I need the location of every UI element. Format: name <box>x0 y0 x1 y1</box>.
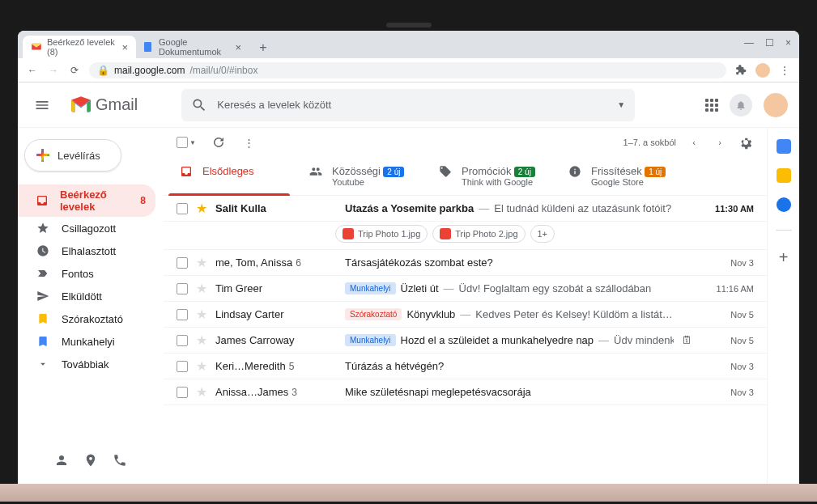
chev-icon <box>36 357 50 371</box>
sidebar-item-clock[interactable]: Elhalasztott <box>18 239 155 262</box>
category-tab-frissítések[interactable]: Frissítések 1 új Google Store <box>557 157 687 195</box>
mail-row[interactable]: ★ Lindsay Carter Szórakoztató Könyvklub … <box>164 302 767 328</box>
url-input[interactable]: 🔒 mail.google.com/mail/u/0/#inbox <box>89 62 726 78</box>
star-icon[interactable]: ★ <box>196 201 207 216</box>
select-all-checkbox[interactable]: ▼ <box>177 137 196 148</box>
calendar-event-icon: 🗓 <box>682 334 692 346</box>
search-options-icon[interactable]: ▼ <box>617 100 625 109</box>
menu-icon[interactable] <box>26 89 58 121</box>
main-content: ▼ ⋮ 1–7. a sokból ‹ › Elsődleges Közössé… <box>164 128 767 484</box>
category-tab-elsődleges[interactable]: Elsődleges <box>168 157 298 195</box>
prev-page-icon[interactable]: ‹ <box>686 134 702 150</box>
mail-checkbox[interactable] <box>177 309 188 320</box>
star-icon[interactable]: ★ <box>196 307 207 322</box>
mail-row[interactable]: ★ Salit Kulla Utazás a Yosemite parkba —… <box>164 196 767 222</box>
sidebar-item-star[interactable]: Csillagozott <box>18 217 155 239</box>
window-maximize-icon[interactable]: ☐ <box>765 37 774 49</box>
mail-sender: Keri…Meredith5 <box>215 360 337 372</box>
apps-grid-icon[interactable] <box>705 99 718 112</box>
addons-plus-icon[interactable]: + <box>779 248 789 267</box>
tab-close-icon[interactable]: × <box>235 41 241 53</box>
category-tab-közösségi[interactable]: Közösségi 2 új Youtube <box>298 157 428 195</box>
label-chip[interactable]: Munkahelyi <box>345 334 396 346</box>
gmail-logo[interactable]: Gmail <box>70 95 138 114</box>
toolbar: ▼ ⋮ 1–7. a sokból ‹ › <box>164 128 767 157</box>
mail-row[interactable]: ★ Tim Greer Munkahelyi Üzleti út —Üdv! F… <box>164 276 767 302</box>
sidebar-item-label: Csillagozott <box>62 222 116 235</box>
attachment-chip[interactable]: Trip Photo 1.jpg <box>335 225 428 243</box>
star-icon[interactable]: ★ <box>196 384 207 400</box>
window-close-icon[interactable]: × <box>785 37 791 49</box>
star-icon[interactable]: ★ <box>196 281 207 296</box>
mail-subject: Munkahelyi Üzleti út —Üdv! Foglaltam egy… <box>345 282 694 294</box>
keep-icon[interactable] <box>777 168 791 183</box>
sidebar-item-chev[interactable]: Továbbiak <box>18 353 155 375</box>
mail-row[interactable]: ★ Anissa…James3 Mike születésnapi meglep… <box>164 379 767 405</box>
star-icon[interactable]: ★ <box>196 255 207 270</box>
url-host: mail.google.com <box>114 65 185 76</box>
label-chip[interactable]: Szórakoztató <box>345 308 402 320</box>
attachment-chip[interactable]: Trip Photo 2.jpg <box>432 225 525 243</box>
extensions-icon[interactable] <box>734 64 747 77</box>
image-icon <box>343 228 354 239</box>
tab-close-icon[interactable]: × <box>121 41 128 53</box>
plus-icon <box>36 149 49 162</box>
browser-tab-inactive[interactable]: Google Dokumentumok × <box>136 36 249 58</box>
category-title: Közösségi <box>332 165 381 177</box>
kebab-icon[interactable]: ⋮ <box>778 64 791 77</box>
calendar-icon[interactable] <box>777 139 791 154</box>
next-page-icon[interactable]: › <box>712 134 728 150</box>
sidebar-item-important[interactable]: Fontos <box>18 262 155 285</box>
mail-list: ★ Salit Kulla Utazás a Yosemite parkba —… <box>164 196 767 405</box>
new-tab-button[interactable]: + <box>254 39 272 57</box>
star-icon[interactable]: ★ <box>196 358 207 374</box>
mail-checkbox[interactable] <box>177 203 188 214</box>
profile-avatar-small[interactable] <box>755 63 770 78</box>
compose-button[interactable]: Levélírás <box>24 139 121 172</box>
gdocs-favicon <box>144 41 154 53</box>
phone-icon[interactable] <box>113 453 127 468</box>
refresh-icon[interactable] <box>211 134 227 150</box>
window-minimize-icon[interactable]: — <box>744 37 754 49</box>
sidebar-item-sent[interactable]: Elküldött <box>18 285 155 307</box>
category-tab-promóciók[interactable]: Promóciók 2 új Think with Google <box>428 157 557 195</box>
browser-tab-active[interactable]: Beérkező levelek (8) × <box>23 36 136 58</box>
sidebar-item-label: Fontos <box>62 268 94 280</box>
sidebar-item-count: 8 <box>140 195 146 206</box>
label-chip[interactable]: Munkahelyi <box>345 282 396 294</box>
nav-back-icon[interactable]: ← <box>26 64 39 77</box>
sidebar-item-inbox[interactable]: Beérkező levelek 8 <box>18 184 155 217</box>
sidebar-item-tag-blue[interactable]: Munkahelyi <box>18 330 155 353</box>
mail-row[interactable]: ★ Keri…Meredith5 Túrázás a hétvégén? Nov… <box>164 354 767 379</box>
mail-row[interactable]: ★ James Carroway Munkahelyi Hozd el a sz… <box>164 328 767 354</box>
svg-rect-0 <box>144 42 151 52</box>
person-icon[interactable] <box>54 453 69 468</box>
search-input[interactable]: Keresés a levelek között ▼ <box>181 89 635 121</box>
search-icon <box>191 97 207 113</box>
mail-checkbox[interactable] <box>177 335 188 346</box>
nav-reload-icon[interactable]: ⟳ <box>68 64 81 77</box>
mail-checkbox[interactable] <box>177 257 188 269</box>
attachment-chip[interactable]: 1+ <box>530 225 555 243</box>
mail-date: Nov 3 <box>702 362 754 371</box>
mail-row[interactable]: ★ me, Tom, Anissa6 Társasjátékozás szomb… <box>164 250 767 276</box>
more-icon[interactable]: ⋮ <box>241 134 257 150</box>
category-subtitle: Think with Google <box>462 177 535 187</box>
star-icon[interactable]: ★ <box>196 332 207 348</box>
settings-gear-icon[interactable] <box>738 134 754 150</box>
mail-checkbox[interactable] <box>177 361 188 372</box>
notifications-icon[interactable] <box>730 94 752 116</box>
info-icon <box>568 165 581 178</box>
clock-icon <box>36 244 50 258</box>
sidebar-item-tag-yellow[interactable]: Szórakoztató <box>18 307 155 330</box>
mail-checkbox[interactable] <box>177 283 188 294</box>
browser-chrome: Beérkező levelek (8) × Google Dokumentum… <box>18 31 799 83</box>
nav-forward-icon[interactable]: → <box>47 64 60 77</box>
category-tabs: Elsődleges Közösségi 2 új Youtube Promóc… <box>164 157 767 196</box>
tasks-icon[interactable] <box>777 197 791 212</box>
tab-label: Beérkező levelek (8) <box>47 37 117 57</box>
account-avatar[interactable] <box>764 93 788 117</box>
location-icon[interactable] <box>83 453 98 468</box>
mail-checkbox[interactable] <box>177 387 188 398</box>
app-header: Gmail Keresés a levelek között ▼ <box>18 83 799 128</box>
